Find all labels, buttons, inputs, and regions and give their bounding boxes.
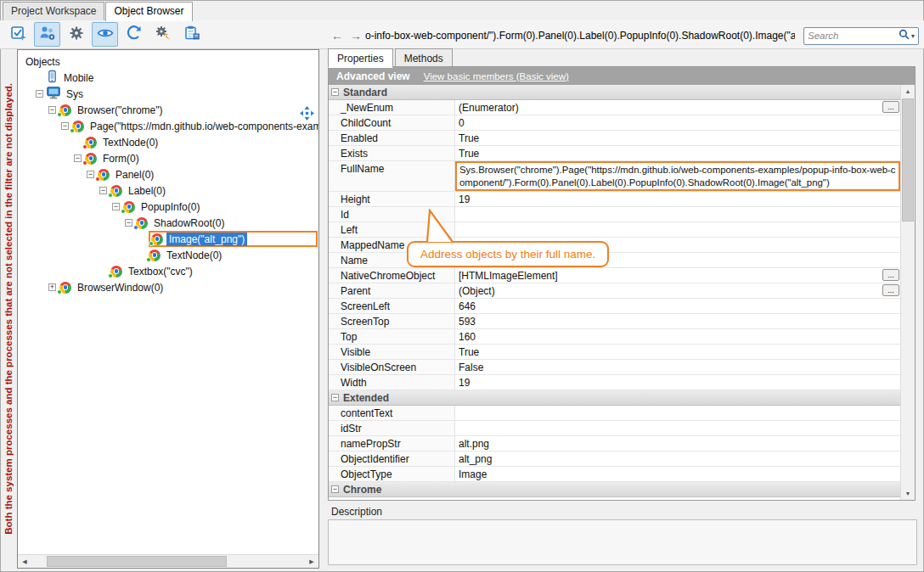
tree-item[interactable]: −Panel(0)	[18, 166, 318, 182]
status-dot	[82, 160, 87, 165]
tab-properties[interactable]: Properties	[328, 48, 393, 68]
tree-item-label: TextNode(0)	[164, 249, 224, 262]
collapse-icon[interactable]: −	[48, 106, 56, 114]
section-header-extended[interactable]: −Extended	[329, 390, 900, 406]
property-value: True	[455, 146, 900, 160]
collapse-icon[interactable]: −	[36, 90, 43, 98]
move-arrows-icon[interactable]	[300, 106, 314, 123]
forward-button[interactable]: →	[350, 29, 362, 42]
status-dot	[108, 193, 113, 198]
tree-item[interactable]: −ShadowRoot(0)	[18, 215, 318, 231]
property-value: False	[455, 360, 900, 374]
property-value: 19	[455, 192, 900, 206]
tree-item[interactable]: Mobile	[18, 70, 318, 86]
copy-object-info-button[interactable]	[178, 22, 205, 47]
ellipsis-button[interactable]: ...	[882, 101, 899, 113]
tree-item[interactable]: −Form(0)	[18, 150, 318, 166]
basic-view-link[interactable]: View basic members (Basic view)	[424, 71, 569, 81]
view-mode-bar: Advanced view View basic members (Basic …	[329, 67, 915, 85]
property-row: ObjectTypeImage	[329, 467, 900, 482]
grid-vertical-scrollbar[interactable]: ▲ ▼	[900, 85, 915, 500]
tree-item[interactable]: TextNode(0)	[18, 247, 318, 263]
tree-item-label: Browser("chrome")	[75, 104, 166, 117]
tree-item[interactable]: Image("alt_png")	[18, 231, 318, 247]
tree-item[interactable]: Textbox("cvc")	[18, 263, 318, 279]
highlight-object-button[interactable]	[92, 22, 118, 47]
scroll-up-icon[interactable]: ▲	[901, 85, 915, 98]
checklist-button[interactable]	[5, 22, 31, 47]
expand-icon[interactable]: +	[48, 283, 56, 291]
status-dot	[146, 257, 151, 262]
tree-item[interactable]: −Label(0)	[18, 182, 318, 199]
tree-item[interactable]: TextNode(0)	[18, 134, 318, 150]
tab-project-workspace[interactable]: Project Workspace	[3, 2, 104, 20]
scroll-down-icon[interactable]: ▼	[901, 487, 915, 500]
object-tree: ObjectsMobile−Sys−Browser("chrome")−Page…	[18, 50, 318, 295]
property-row: _NewEnum(Enumerator)...	[329, 100, 900, 115]
tree-scroll-thumb[interactable]	[47, 556, 227, 567]
section-header-standard[interactable]: −Standard	[329, 85, 900, 100]
search-dropdown-icon[interactable]: ▾	[911, 32, 915, 40]
property-name: NativeChromeObject	[329, 268, 455, 283]
document-tabs: Project WorkspaceObject Browser	[3, 2, 194, 20]
property-name: FullName	[329, 161, 455, 191]
tree-item[interactable]: −Sys	[18, 86, 318, 102]
scroll-right-icon[interactable]: ▶	[305, 555, 318, 568]
section-title: Chrome	[343, 484, 381, 496]
search-icon[interactable]	[899, 29, 910, 42]
collapse-icon[interactable]: −	[331, 88, 339, 96]
checklist-icon	[10, 25, 27, 44]
tree-item[interactable]: −Browser("chrome")	[18, 102, 318, 118]
property-value: True	[455, 131, 900, 145]
section-header-chrome[interactable]: −Chrome	[329, 482, 900, 497]
property-name: Width	[329, 375, 455, 390]
selected-tree-item[interactable]: Image("alt_png")	[149, 231, 318, 247]
property-row: NativeChromeObject[HTMLImageElement]...	[329, 268, 900, 283]
ellipsis-button[interactable]: ...	[882, 269, 899, 281]
property-row: VisibleTrue	[329, 345, 900, 360]
collapse-icon[interactable]: −	[331, 485, 339, 493]
mobile-icon	[47, 70, 58, 86]
collapse-icon[interactable]: −	[61, 122, 69, 130]
status-dot	[70, 128, 75, 133]
collapse-icon[interactable]: −	[99, 187, 107, 194]
property-value: (Enumerator)	[455, 100, 882, 115]
property-row: ObjectIdentifieralt_png	[329, 451, 900, 467]
tree-item[interactable]: Objects	[18, 53, 318, 70]
view-mode-title: Advanced view	[336, 70, 410, 82]
tree-item[interactable]: +BrowserWindow(0)	[18, 279, 318, 295]
property-value: True	[455, 345, 900, 359]
search-input[interactable]: Search ▾	[803, 27, 919, 45]
grid-scroll-thumb[interactable]	[902, 98, 914, 222]
tree-scroll-track[interactable]	[31, 555, 305, 568]
property-row: Height19	[329, 192, 900, 207]
tree-item[interactable]: −Page("https://mdn.github.io/web-compone…	[18, 118, 318, 134]
ellipsis-button[interactable]: ...	[882, 284, 899, 296]
property-name: ObjectType	[329, 467, 455, 481]
collapse-icon[interactable]: −	[331, 394, 339, 401]
tab-methods[interactable]: Methods	[395, 48, 453, 67]
section-title: Extended	[343, 392, 389, 404]
collapse-icon[interactable]: −	[74, 154, 82, 162]
property-name: Height	[329, 192, 455, 206]
property-value: 593	[455, 314, 900, 328]
tree-horizontal-scrollbar[interactable]: ◀ ▶	[18, 554, 318, 568]
collapse-icon[interactable]: −	[112, 203, 120, 210]
tree-item[interactable]: −PopupInfo(0)	[18, 199, 318, 215]
collapse-icon[interactable]: −	[87, 171, 94, 178]
map-object-button[interactable]	[34, 22, 60, 47]
run-gear-button[interactable]	[149, 22, 176, 47]
status-dot	[57, 112, 62, 117]
scroll-left-icon[interactable]: ◀	[18, 555, 31, 568]
settings-gear-button[interactable]	[63, 22, 89, 47]
back-button[interactable]: ←	[331, 29, 343, 42]
object-tree-panel: ObjectsMobile−Sys−Browser("chrome")−Page…	[17, 49, 319, 569]
property-grid-rows: −Standard_NewEnum(Enumerator)...ChildCou…	[329, 85, 900, 500]
refresh-button[interactable]	[121, 22, 147, 47]
tab-object-browser[interactable]: Object Browser	[105, 2, 192, 21]
status-dot	[82, 144, 87, 149]
collapse-icon[interactable]: −	[125, 219, 132, 227]
property-name: namePropStr	[329, 436, 455, 451]
object-fullname-path: o-info-box-web-component/").Form(0).Pane…	[365, 30, 795, 42]
property-row: VisibleOnScreenFalse	[329, 360, 900, 375]
